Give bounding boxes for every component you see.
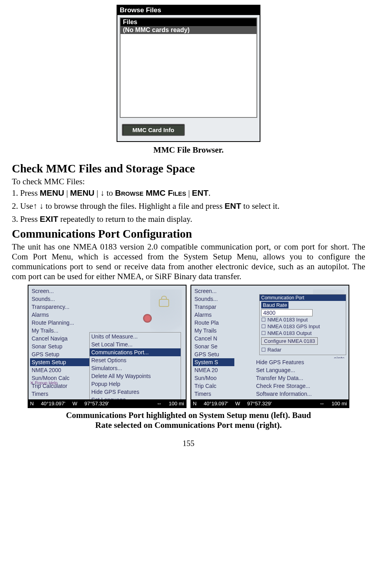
right-submenu-item[interactable]: Set Language... [254,366,345,374]
mmc-button-row: MMC Card Info [117,120,260,141]
left-menu-item[interactable]: Transparency... [30,303,89,311]
left-menu-item[interactable]: Screen... [30,287,89,295]
right-submenu-item[interactable]: Transfer My Data... [254,374,345,382]
right-submenu-item[interactable]: Hide GPS Features [254,358,345,366]
step1-sep3: | [186,188,192,198]
left-submenu-item[interactable]: Hide GPS Features [90,388,181,396]
mmc-file-browser: Browse Files Files (No MMC cards ready) … [117,5,260,142]
right-submenu-item[interactable]: Check Free Storage... [254,382,345,390]
step1-cmd: Browse MMC Files [115,188,186,197]
left-submenu-item[interactable]: Popup Help [90,380,181,388]
lock-icon [159,299,169,307]
chk-radar-label: Radar [268,347,281,353]
left-menu-item[interactable]: GPS Setup [30,350,89,358]
status-dist: 100 mi [169,401,184,406]
file-panel-message: (No MMC cards ready) [121,26,256,34]
left-submenu-item[interactable]: Reset Options [90,356,181,364]
file-panel-title: Files [121,18,256,26]
status-n-r: N [193,401,196,406]
right-menu-item[interactable]: Sonar Se [193,342,234,350]
step-1: 1. Press MENU | MENU | ↓ to Browse MMC F… [12,188,365,198]
commport-panel: Communication Port Baud Rate 4800 ☐ NMEA… [259,294,346,355]
left-menu-item[interactable]: Route Planning... [30,319,89,327]
commport-title: Communication Port [260,295,346,301]
left-menu-item[interactable]: Timers [30,390,89,398]
left-menu-item[interactable]: Sonar Setup [30,342,89,350]
chk-nmea-input[interactable]: ☐ NMEA 0183 Input [261,316,344,323]
left-menu-item[interactable]: System Setup [30,358,89,366]
caption-dual-b: Rate selected on Communications Port men… [12,420,365,430]
right-main-menu: Screen...Sounds...TransparAlarmsRoute Pl… [193,287,234,406]
speed-dial-icon [143,314,152,323]
left-status-bar: N 40°19.097' W 97°57.329' ↔ 100 mi [28,399,186,407]
right-menu-item[interactable]: Transpar [193,303,234,311]
step1-to: to [104,188,115,198]
right-menu-item[interactable]: NMEA 20 [193,366,234,374]
mmc-card-info-button[interactable]: MMC Card Info [122,124,185,136]
status-n: N [30,401,34,406]
status-lon-r: 97°57.329' [247,401,272,406]
caption-mmc-browser: MMC File Browser. [12,145,365,155]
right-menu-item[interactable]: Sounds... [193,295,234,303]
left-main-menu: Screen...Sounds...Transparency...AlarmsR… [30,287,89,406]
right-submenu-item[interactable]: Software Information... [254,390,345,398]
down-arrow-icon: ↓ [100,188,105,198]
right-menu-item[interactable]: GPS Setu [193,350,234,358]
step1-menu-a: MENU [40,188,64,197]
chk-nmea-output[interactable]: ☐ NMEA 0183 Output [261,330,344,337]
configure-nmea-button[interactable]: Configure NMEA 0183 [261,337,318,345]
right-menu-item[interactable]: Screen... [193,287,234,295]
line-to-check: To check MMC Files: [12,177,365,187]
right-menu-item[interactable]: My Trails [193,327,234,335]
step2-post: to select it. [241,201,279,211]
left-menu-item[interactable]: Cancel Naviga [30,335,89,342]
left-submenu-item[interactable]: Set Local Time... [90,340,181,348]
status-lat: 40°19.097' [41,401,65,406]
step1-dot: . [209,188,211,198]
left-submenu-item[interactable]: Units of Measure... [90,333,181,340]
step3-pre: 3. Press [12,214,40,224]
left-screenshot: Screen...Sounds...Transparency...AlarmsR… [28,285,187,408]
baud-rate-label: Baud Rate [261,302,288,308]
file-panel: Files (No MMC cards ready) [120,17,257,118]
right-menu-item[interactable]: Timers [193,390,234,398]
left-submenu-item[interactable]: Simulators... [90,364,181,372]
left-submenu-item[interactable]: Delete All My Waypoints [90,372,181,380]
status-arrow-icon-r: ↔ [319,401,324,406]
right-menu-item[interactable]: Route Pla [193,319,234,327]
left-menu-item[interactable]: Alarms [30,311,89,319]
step1-sep2: | [94,188,100,198]
step1-menu-b: MENU [70,188,94,197]
step3-post: repeatedly to return to the main display… [58,214,192,224]
status-lon: 97°57.329' [85,401,109,406]
status-w: W [72,401,77,406]
status-dist-r: 100 mi [332,401,347,406]
right-menu-item[interactable]: Trip Calc [193,382,234,390]
left-submenu: Units of Measure...Set Local Time...Comm… [89,332,181,408]
baud-rate-field[interactable]: 4800 [261,309,313,316]
right-menu-item[interactable]: Cancel N [193,335,234,342]
chk-nmea-gps-input[interactable]: ☐ NMEA 0183 GPS Input [261,323,344,330]
up-down-arrow-icon: ↑ ↓ [33,201,43,211]
step2-mid: to browse through the files. Highlight a… [43,201,224,211]
right-menu-item[interactable]: Alarms [193,311,234,319]
caption-dual-a: Communications Port highlighted on Syste… [12,410,365,420]
step-2: 2. Use↑ ↓ to browse through the files. H… [12,201,365,211]
right-menu-item[interactable]: System S [193,358,234,366]
left-menu-item[interactable]: NMEA 2000 [30,366,89,374]
chk-nmea-gps-label: NMEA 0183 GPS Input [268,323,320,329]
file-panel-body [121,34,256,117]
right-submenu: Hide GPS FeaturesSet Language...Transfer… [254,358,345,398]
left-submenu-item[interactable]: Communications Port... [90,348,181,356]
step2-pre: 2. Use [12,201,33,211]
left-menu-item[interactable]: My Trails... [30,327,89,335]
step-3: 3. Press EXIT repeatedly to return to th… [12,214,365,224]
page-number: 155 [12,439,365,448]
chk-radar[interactable]: ☐ Radar [261,346,344,353]
left-menu-item[interactable]: Sounds... [30,295,89,303]
step1-ent: ENT [192,188,209,197]
right-menu-item[interactable]: Sun/Moo [193,374,234,382]
step3-exit: EXIT [40,214,58,223]
status-w-r: W [235,401,240,406]
status-lat-r: 40°19.097' [204,401,228,406]
